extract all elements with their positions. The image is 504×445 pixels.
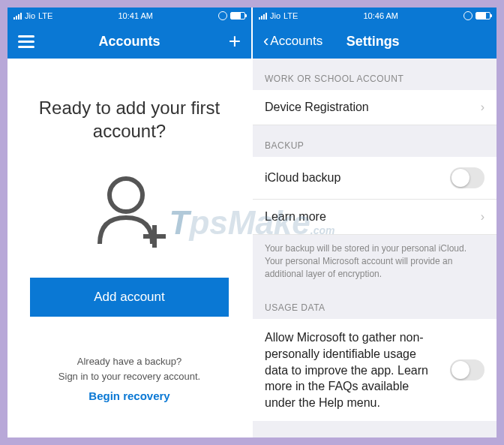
nav-title: Accounts xyxy=(51,34,208,50)
alarm-icon xyxy=(464,11,472,20)
chevron-left-icon: ‹ xyxy=(263,32,268,51)
row-label: iCloud backup xyxy=(265,171,340,185)
row-label: Learn more xyxy=(265,210,326,224)
hero-title: Ready to add your first account? xyxy=(30,96,229,143)
status-bar: Jio LTE 10:46 AM xyxy=(253,8,496,24)
add-button[interactable]: + xyxy=(229,29,241,53)
carrier-label: Jio xyxy=(270,11,280,20)
usage-data-toggle[interactable] xyxy=(450,359,484,380)
icloud-backup-row: iCloud backup xyxy=(253,157,496,200)
nav-bar: Accounts + xyxy=(8,24,251,59)
alarm-icon xyxy=(218,11,227,20)
battery-icon xyxy=(230,12,245,20)
chevron-right-icon: › xyxy=(481,101,484,114)
row-label: Device Registration xyxy=(265,101,369,114)
battery-icon xyxy=(476,12,490,20)
usage-data-row: Allow Microsoft to gather non-personally… xyxy=(253,319,496,421)
signal-icon xyxy=(14,12,22,20)
backup-prompt-2: Sign in to your recovery account. xyxy=(8,369,251,384)
usage-text: Allow Microsoft to gather non-personally… xyxy=(265,329,441,410)
section-header-usage: USAGE DATA xyxy=(253,287,496,319)
carrier-label: Jio xyxy=(25,11,35,20)
status-bar: Jio LTE 10:41 AM xyxy=(8,8,251,24)
svg-point-0 xyxy=(110,179,142,212)
nav-title: Settings xyxy=(292,34,453,50)
settings-screen: Jio LTE 10:46 AM ‹ Accounts Settings WOR… xyxy=(253,8,496,437)
accounts-screen: Jio LTE 10:41 AM Accounts + Ready to add… xyxy=(8,8,251,437)
chevron-right-icon: › xyxy=(481,210,484,224)
backup-note: Your backup will be stored in your perso… xyxy=(253,235,496,287)
add-account-button[interactable]: Add account xyxy=(30,278,229,317)
section-header-work: WORK OR SCHOOL ACCOUNT xyxy=(253,59,496,90)
signal-icon xyxy=(259,12,267,20)
device-registration-row[interactable]: Device Registration › xyxy=(253,90,496,125)
backup-prompt-1: Already have a backup? xyxy=(8,354,251,369)
learn-more-row[interactable]: Learn more › xyxy=(253,200,496,235)
network-label: LTE xyxy=(38,11,52,20)
clock: 10:41 AM xyxy=(118,11,152,20)
clock: 10:46 AM xyxy=(363,11,398,20)
network-label: LTE xyxy=(284,11,298,20)
begin-recovery-link[interactable]: Begin recovery xyxy=(88,389,170,402)
section-header-backup: BACKUP xyxy=(253,125,496,157)
add-person-icon xyxy=(88,173,171,255)
icloud-backup-toggle[interactable] xyxy=(450,167,484,188)
nav-bar: ‹ Accounts Settings xyxy=(253,24,496,59)
menu-button[interactable] xyxy=(18,35,34,48)
